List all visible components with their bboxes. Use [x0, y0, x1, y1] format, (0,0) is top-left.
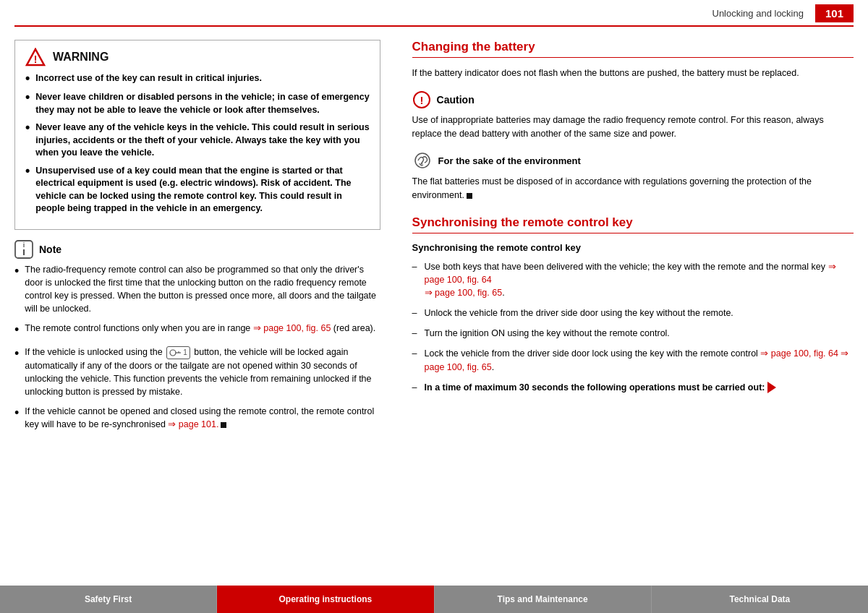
note-item-4: • If the vehicle cannot be opened and cl…: [14, 405, 380, 431]
warning-header: ! WARNING: [25, 48, 370, 67]
dash-icon: –: [412, 260, 417, 273]
note-item-1: • The radio-frequency remote control can…: [14, 263, 380, 316]
battery-intro-text: If the battery indicator does not flash …: [412, 67, 854, 80]
sync-item-5: – In a time of maximum 30 seconds the fo…: [412, 381, 854, 394]
dash-icon: –: [412, 306, 417, 320]
footer-item-operating[interactable]: Operating instructions: [217, 586, 434, 613]
left-column: ! WARNING • Incorrect use of the key can…: [14, 40, 401, 580]
sync-text-4: Lock the vehicle from the driver side do…: [425, 347, 854, 373]
svg-text:!: !: [420, 94, 423, 106]
key-button-icon: 1: [166, 346, 190, 359]
caution-box: ! Caution Use of inappropriate batteries…: [412, 90, 854, 141]
note-text-3: If the vehicle is unlocked using the 1 b…: [25, 346, 380, 398]
sync-item-3: – Turn the ignition ON using the key wit…: [412, 327, 854, 340]
warning-title: WARNING: [53, 51, 109, 64]
footer-label-safety: Safety First: [85, 594, 132, 604]
warning-text-1: Incorrect use of the key can result in c…: [35, 72, 262, 85]
sync-item-2: – Unlock the vehicle from the driver sid…: [412, 306, 854, 320]
footer-item-technical[interactable]: Technical Data: [652, 586, 868, 613]
note-text-4: If the vehicle cannot be opened and clos…: [25, 405, 380, 431]
caution-text: Use of inappropriate batteries may damag…: [412, 113, 854, 141]
page-link-101[interactable]: ⇒ page 101.: [168, 419, 218, 429]
warning-icon: !: [25, 48, 46, 67]
sync-text-5: In a time of maximum 30 seconds the foll…: [425, 381, 777, 394]
env-text: The flat batteries must be disposed of i…: [412, 175, 854, 202]
section-title-battery: Changing the battery: [412, 40, 854, 58]
sync-subtitle: Synchronising the remote control key: [412, 242, 854, 253]
footer: Safety First Operating instructions Tips…: [0, 586, 868, 613]
note-header: i Note: [14, 240, 380, 259]
environment-icon: [412, 150, 433, 171]
warning-text-4: Unsupervised use of a key could mean tha…: [35, 165, 369, 215]
env-title: For the sake of the environment: [438, 155, 581, 166]
bullet-icon: •: [25, 90, 30, 105]
dash-icon: –: [412, 327, 417, 340]
footer-label-technical: Technical Data: [729, 594, 790, 604]
svg-text:i: i: [23, 241, 25, 249]
changing-battery-section: Changing the battery If the battery indi…: [412, 40, 854, 202]
bullet-icon: •: [25, 163, 30, 179]
env-header: For the sake of the environment: [412, 150, 854, 171]
page-link-100-65-2[interactable]: ⇒ page 100, fig. 65: [425, 288, 503, 298]
svg-text:!: !: [34, 53, 38, 65]
bullet-icon: •: [14, 320, 19, 339]
bullet-icon: •: [14, 403, 19, 422]
page-header: Unlocking and locking 101: [14, 0, 854, 27]
note-item-2: • The remote control functions only when…: [14, 322, 380, 339]
sync-item-1: – Use both keys that have been delivered…: [412, 260, 854, 299]
bullet-icon: •: [25, 71, 30, 86]
caution-icon: !: [412, 90, 431, 109]
warning-text-2: Never leave children or disabled persons…: [35, 91, 369, 116]
warning-item-2: • Never leave children or disabled perso…: [25, 91, 370, 116]
synchronising-section: Synchronising the remote control key Syn…: [412, 215, 854, 394]
arrow-right-icon: [767, 382, 776, 393]
end-square-icon: [467, 193, 472, 199]
sync-text-2: Unlock the vehicle from the driver side …: [425, 306, 733, 320]
footer-label-tips: Tips and Maintenance: [498, 594, 588, 604]
main-content: ! WARNING • Incorrect use of the key can…: [0, 27, 868, 580]
page-link-100-65[interactable]: ⇒ page 100, fig. 65: [253, 323, 331, 333]
footer-label-operating: Operating instructions: [279, 594, 373, 604]
bullet-icon: •: [25, 120, 30, 135]
right-column: Changing the battery If the battery indi…: [401, 40, 854, 580]
sync-item-4: – Lock the vehicle from the driver side …: [412, 347, 854, 373]
note-icon: i: [14, 240, 33, 259]
warning-item-1: • Incorrect use of the key can result in…: [25, 72, 370, 86]
bullet-icon: •: [14, 344, 19, 363]
end-square-icon: [221, 422, 226, 428]
warning-item-3: • Never leave any of the vehicle keys in…: [25, 121, 370, 160]
dash-icon: –: [412, 347, 417, 360]
note-title: Note: [39, 244, 61, 255]
page-link-100-64-2[interactable]: ⇒ page 100, fig. 64: [760, 348, 838, 359]
footer-item-safety[interactable]: Safety First: [0, 586, 217, 613]
warning-item-4: • Unsupervised use of a key could mean t…: [25, 165, 370, 215]
sync-text-1: Use both keys that have been delivered w…: [425, 260, 854, 299]
header-title: Unlocking and locking: [712, 8, 804, 19]
warning-box: ! WARNING • Incorrect use of the key can…: [14, 40, 380, 230]
caution-title: Caution: [437, 94, 475, 106]
bullet-icon: •: [14, 262, 19, 280]
note-text-1: The radio-frequency remote control can a…: [25, 263, 380, 316]
note-text-2: The remote control functions only when y…: [25, 322, 375, 335]
page-number: 101: [815, 4, 854, 22]
note-item-3: • If the vehicle is unlocked using the 1…: [14, 346, 380, 398]
dash-icon: –: [412, 381, 417, 394]
svg-point-5: [170, 350, 176, 356]
section-title-sync: Synchronising the remote control key: [412, 215, 854, 233]
footer-item-tips[interactable]: Tips and Maintenance: [435, 586, 652, 613]
page-link-100-64[interactable]: ⇒ page 100, fig. 64: [425, 262, 836, 285]
sync-text-3: Turn the ignition ON using the key witho…: [425, 327, 670, 340]
note-box: i Note • The radio-frequency remote cont…: [14, 240, 380, 432]
caution-header: ! Caution: [412, 90, 854, 109]
warning-text-3: Never leave any of the vehicle keys in t…: [35, 121, 369, 160]
environment-box: For the sake of the environment The flat…: [412, 150, 854, 202]
